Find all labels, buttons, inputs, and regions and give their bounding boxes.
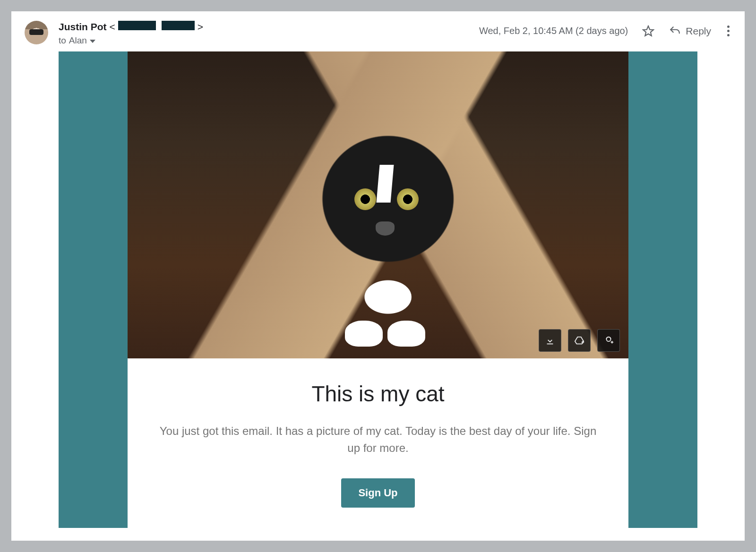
to-prefix: to: [59, 35, 66, 46]
add-to-drive-icon[interactable]: [568, 329, 591, 352]
add-to-photos-icon[interactable]: [597, 329, 620, 352]
email-timestamp: Wed, Feb 2, 10:45 AM (2 days ago): [479, 25, 628, 36]
sender-info-block: Justin Pot < > to Alan: [59, 21, 469, 46]
cat-marking: [377, 165, 394, 203]
to-name: Alan: [69, 35, 87, 46]
redacted-email-part-2: [162, 21, 195, 30]
email-body-text: You just got this email. It has a pictur…: [156, 423, 600, 457]
sender-name: Justin Pot: [59, 21, 107, 33]
email-close-angle: >: [198, 21, 203, 33]
email-message-frame: Justin Pot < > to Alan Wed, Feb 2, 10:45…: [11, 11, 745, 541]
svg-marker-0: [643, 26, 653, 36]
reply-label: Reply: [686, 25, 711, 37]
email-content-card: This is my cat You just got this email. …: [128, 51, 628, 534]
email-body-background: This is my cat You just got this email. …: [59, 51, 697, 528]
reply-button[interactable]: Reply: [669, 25, 711, 37]
email-open-angle: <: [110, 21, 115, 33]
sender-avatar[interactable]: [25, 21, 48, 44]
star-icon[interactable]: [642, 25, 654, 37]
chevron-down-icon: [90, 40, 95, 43]
svg-marker-2: [575, 337, 584, 344]
reply-arrow-icon: [669, 25, 681, 37]
hero-image[interactable]: [128, 51, 628, 358]
cat-paws: [345, 318, 430, 347]
email-title: This is my cat: [156, 381, 600, 407]
recipient-line[interactable]: to Alan: [59, 35, 469, 46]
svg-rect-1: [547, 343, 553, 344]
redacted-email-part-1: [118, 21, 156, 30]
sender-line: Justin Pot < >: [59, 21, 469, 33]
email-header: Justin Pot < > to Alan Wed, Feb 2, 10:45…: [11, 11, 745, 51]
email-text-section: This is my cat You just got this email. …: [128, 358, 628, 534]
download-icon[interactable]: [539, 329, 561, 352]
image-overlay-actions: [539, 329, 620, 352]
more-options-icon[interactable]: [725, 24, 731, 38]
header-actions: Wed, Feb 2, 10:45 AM (2 days ago) Reply: [479, 21, 731, 38]
cat-nose: [376, 221, 395, 236]
sign-up-button[interactable]: Sign Up: [341, 478, 414, 508]
